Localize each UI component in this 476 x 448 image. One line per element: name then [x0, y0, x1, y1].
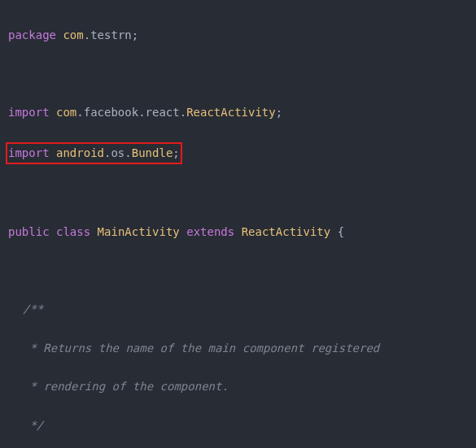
semicolon: ; [276, 106, 282, 119]
blank-line [8, 64, 476, 84]
keyword-public: public [8, 225, 50, 238]
pkg-seg: com [56, 28, 84, 41]
code-line: import com.facebook.react.ReactActivity; [8, 103, 476, 123]
import-class: Bundle [132, 146, 173, 159]
import-seg: .facebook.react. [76, 106, 186, 119]
blank-line [8, 184, 476, 203]
blank-line [8, 261, 476, 281]
brace-open: { [338, 225, 344, 238]
import-seg: .os. [104, 146, 132, 159]
pkg-seg: .testrn [84, 28, 132, 41]
code-line: public class MainActivity extends ReactA… [8, 223, 476, 242]
import-seg: com [50, 106, 77, 119]
import-class: ReactActivity [186, 106, 276, 119]
semicolon: ; [172, 146, 179, 159]
semicolon: ; [132, 28, 138, 41]
keyword-import: import [8, 106, 50, 119]
keyword-extends: extends [186, 225, 234, 238]
code-editor: package com.testrn; import com.facebook.… [0, 0, 476, 448]
keyword-import: import [8, 146, 50, 159]
keyword-class: class [56, 225, 90, 238]
keyword-package: package [8, 28, 56, 41]
highlight-box-import: import android.os.Bundle; [6, 142, 182, 165]
comment-line: /** [8, 300, 476, 320]
class-name: ReactActivity [242, 225, 331, 238]
class-name: MainActivity [98, 225, 180, 238]
code-line: package com.testrn; [8, 26, 476, 46]
comment-line: * rendering of the component. [8, 377, 476, 397]
comment-line: * Returns the name of the main component… [8, 339, 476, 359]
comment-line: */ [8, 416, 476, 436]
import-seg: android [50, 146, 104, 159]
code-line-highlighted: import android.os.Bundle; [8, 142, 476, 165]
